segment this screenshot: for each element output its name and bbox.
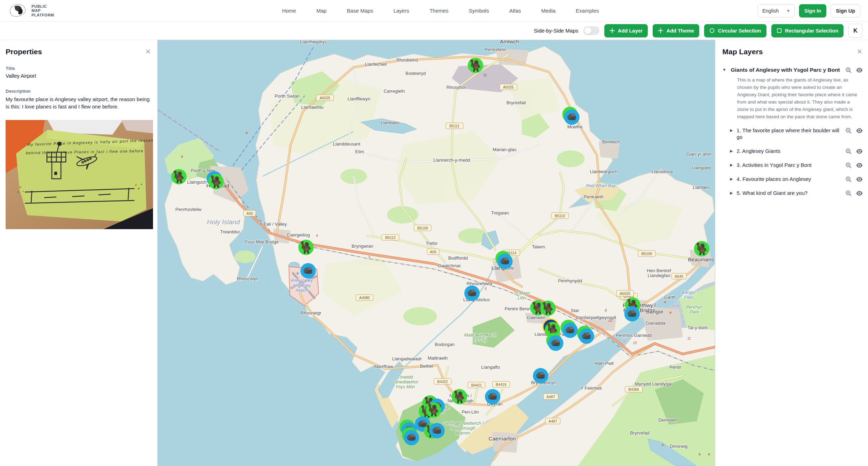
sublayer-row-1[interactable]: ▶ 1. The favorite place where their boul…: [722, 123, 863, 144]
svg-text:B4422: B4422: [437, 380, 448, 384]
zoom-to-layer-icon[interactable]: [845, 127, 852, 134]
map-label: Amlwch: [500, 40, 519, 44]
nav-layers[interactable]: Layers: [394, 8, 409, 14]
map-label: Bodorgan: [435, 342, 454, 347]
map-label: Bangor: [646, 309, 664, 315]
visibility-eye-icon[interactable]: [856, 176, 863, 183]
visibility-eye-icon[interactable]: [856, 190, 863, 197]
zoom-to-layer-icon[interactable]: [845, 162, 852, 169]
toggle-knob: [584, 27, 591, 34]
svg-text:▲: ▲: [245, 130, 249, 135]
side-by-side-toggle[interactable]: [583, 26, 599, 35]
keyboard-shortcut-button[interactable]: K: [848, 24, 862, 38]
circular-selection-button[interactable]: Circular Selection: [704, 24, 766, 37]
sublayer-row-4[interactable]: ▶ 4. Favourite places on Anglesey: [722, 172, 863, 186]
map-label: Penrhosfeilw: [175, 207, 202, 212]
svg-text:B4366: B4366: [629, 387, 639, 391]
map-label: Benllech: [602, 139, 620, 144]
map-marker-giant[interactable]: [171, 169, 187, 184]
sublayer-row-2[interactable]: ▶ 2. Anglesey Giants: [722, 144, 863, 158]
expand-triangle-icon[interactable]: ▶: [730, 177, 733, 181]
map-label: Penmynydd: [558, 278, 582, 283]
map-label: Garth: [664, 295, 676, 300]
sign-up-button[interactable]: Sign Up: [831, 4, 860, 17]
nav-themes[interactable]: Themes: [430, 8, 449, 14]
nav-symbols[interactable]: Symbols: [469, 8, 489, 14]
map-marker-boulder[interactable]: [533, 368, 548, 383]
nav-atlas[interactable]: Atlas: [509, 8, 521, 14]
svg-text:8: 8: [605, 309, 607, 312]
layer-group-description: This is a map of where the giants of Ang…: [722, 73, 863, 121]
map-label: Red Wharf Bay: [586, 183, 616, 188]
add-layer-button[interactable]: Add Layer: [604, 24, 648, 37]
map-marker-giant[interactable]: [426, 402, 441, 418]
svg-text:B5109: B5109: [417, 226, 428, 230]
svg-text:B4419: B4419: [496, 382, 507, 387]
svg-text:10: 10: [633, 341, 637, 345]
map-marker-boulder[interactable]: [429, 423, 445, 438]
visibility-eye-icon[interactable]: [856, 148, 863, 155]
title-label: Title: [6, 66, 152, 71]
description-label: Description: [6, 89, 152, 94]
nav-media[interactable]: Media: [541, 8, 556, 14]
map-label: Caergeiliog: [287, 232, 310, 238]
svg-text:A55: A55: [430, 250, 437, 254]
map-marker-giant[interactable]: [540, 301, 556, 316]
map-marker-giant[interactable]: [694, 241, 709, 256]
map-label: Llanddeusant: [333, 141, 360, 147]
svg-text:▲: ▲: [180, 154, 184, 158]
feature-photo: My favorite Place in Anglesey is Vally a…: [6, 120, 153, 229]
language-select[interactable]: English ▼: [758, 4, 795, 17]
map-label: Caernarfon: [488, 436, 516, 442]
expand-triangle-icon[interactable]: ▶: [730, 149, 733, 153]
nav-home[interactable]: Home: [282, 8, 296, 14]
plus-icon: [610, 28, 615, 33]
collapse-triangle-icon[interactable]: ▼: [722, 68, 729, 72]
zoom-to-layer-icon[interactable]: [845, 67, 852, 73]
map-label: Y Fali / Valley: [259, 221, 287, 227]
layer-group-row[interactable]: ▼ Giants of Anglesey with Ysgol Parc y B…: [722, 66, 863, 73]
rectangular-selection-button[interactable]: Rectangular Selection: [771, 24, 843, 37]
svg-text:A487: A487: [547, 395, 555, 399]
map-label: Mynydd Llandygai: [635, 381, 672, 387]
nav-base-maps[interactable]: Base Maps: [347, 8, 373, 14]
zoom-to-layer-icon[interactable]: [845, 190, 852, 197]
map-marker-giant[interactable]: [452, 389, 467, 404]
zoom-to-layer-icon[interactable]: [845, 148, 852, 155]
description-value: My favourite place is Anglesey valley ai…: [6, 96, 152, 110]
zoom-to-layer-icon[interactable]: [845, 176, 852, 183]
nav-examples[interactable]: Examples: [576, 8, 599, 14]
map-marker-boulder[interactable]: [485, 389, 500, 404]
map-marker-giant[interactable]: [298, 240, 314, 255]
map-layers-title: Map Layers: [722, 48, 763, 56]
map-label: Pen-Lôn: [461, 409, 479, 415]
map-canvas[interactable]: ✈: [158, 40, 715, 466]
close-icon[interactable]: ✕: [856, 48, 863, 56]
expand-triangle-icon[interactable]: ▶: [730, 163, 733, 167]
add-theme-button[interactable]: Add Theme: [653, 24, 699, 37]
svg-text:A545: A545: [675, 274, 683, 278]
expand-triangle-icon[interactable]: ▶: [730, 128, 733, 132]
sublayer-row-3[interactable]: ▶ 3. Activities in Ysgol Parc y Bont: [722, 158, 863, 172]
logo-icon: [8, 3, 28, 19]
map-label: Llangoed: [692, 165, 711, 170]
map-label: Aberffraw: [374, 364, 393, 369]
visibility-eye-icon[interactable]: [856, 127, 863, 134]
expand-triangle-icon[interactable]: ▶: [730, 191, 733, 195]
map-marker-giant[interactable]: [468, 58, 483, 73]
visibility-eye-icon[interactable]: [856, 162, 863, 169]
map-label: Aber Pwll: [595, 361, 614, 366]
close-icon[interactable]: ✕: [145, 48, 152, 56]
logo[interactable]: PUBLIC MAP PLATFORM: [8, 3, 123, 19]
sign-in-button[interactable]: Sign In: [799, 4, 826, 17]
nav-map[interactable]: Map: [316, 8, 326, 14]
map-label: Gaerwen: [527, 315, 546, 320]
map-marker-boulder[interactable]: [300, 263, 316, 278]
map-label: Llanbabo: [381, 120, 400, 125]
visibility-eye-icon[interactable]: [856, 67, 863, 73]
map-marker-boulder[interactable]: [624, 306, 640, 322]
map-label: Bodffordd: [448, 255, 468, 261]
sublayer-row-5[interactable]: ▶ 5. What kind of Giant are you?: [722, 186, 863, 200]
map-label: Four Mile Bridge: [245, 239, 278, 245]
map-marker-boulder[interactable]: [464, 285, 480, 301]
